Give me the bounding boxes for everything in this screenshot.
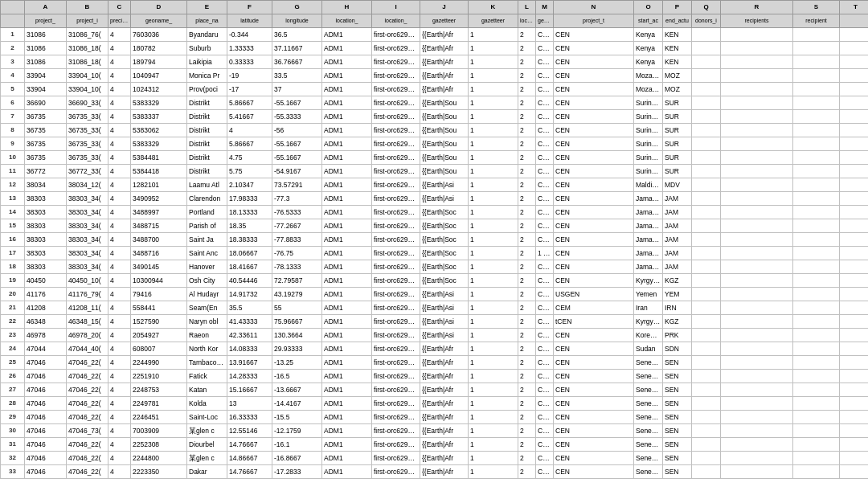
cell-recipient-code[interactable]	[793, 479, 840, 480]
cell-donors[interactable]	[692, 424, 721, 438]
cell-location-type1[interactable]: ADM1	[322, 288, 372, 301]
cell-project-title[interactable]: USGEN	[554, 288, 634, 301]
cell-location-num1[interactable]: 2	[518, 370, 536, 383]
cell-start-date[interactable]: Jamaica	[634, 233, 663, 247]
cell-location-num1[interactable]: 2	[518, 96, 536, 110]
cell-project-id[interactable]: 38034	[25, 178, 67, 192]
cell-precision[interactable]: 4	[108, 28, 131, 42]
cell-project-id[interactable]: 38303	[25, 260, 67, 274]
cell-precision[interactable]: 4	[108, 411, 131, 424]
cell-location-type1[interactable]: ADM1	[322, 452, 372, 465]
cell-longitude[interactable]: -15.5	[272, 411, 322, 424]
cell-precision[interactable]: 4	[108, 274, 131, 288]
cell-project-id2[interactable]: 47046_22(	[67, 479, 108, 480]
cell-place-name[interactable]: Distrikt	[187, 151, 227, 165]
cell-location-type1[interactable]: ADM1	[322, 342, 372, 356]
cell-gazetteer1[interactable]: {{Earth|Afr	[420, 55, 469, 69]
cell-location-num2[interactable]: China Exim bank loans Jama	[536, 219, 554, 233]
cell-gazetteer2[interactable]: 1	[469, 96, 518, 110]
cell-recipient-country[interactable]	[721, 342, 793, 356]
cell-location-num1[interactable]: 2	[518, 192, 536, 206]
cell-gazetteer2[interactable]: 1	[469, 260, 518, 274]
cell-gazetteer1[interactable]: {{Earth|Afr	[420, 438, 469, 452]
cell-location-num1[interactable]: 2	[518, 69, 536, 83]
cell-longitude[interactable]: 36.5	[272, 28, 322, 42]
cell-end-date[interactable]: KGZ	[663, 315, 692, 329]
cell-project-id2[interactable]: 47046_22(	[67, 397, 108, 411]
cell-place-name[interactable]: Distrikt	[187, 110, 227, 124]
cell-location-type2[interactable]: first-orc6295690	[372, 260, 420, 274]
cell-location-num2[interactable]: China pro ########	[536, 397, 554, 411]
cell-location-type1[interactable]: ADM1	[322, 206, 372, 219]
cell-recipient-country[interactable]	[721, 247, 793, 260]
cell-place-name[interactable]: Fatick	[187, 370, 227, 383]
cell-gazetteer2[interactable]: 1	[469, 356, 518, 370]
cell-donors[interactable]	[692, 438, 721, 452]
cell-project-id2[interactable]: 47046_22(	[67, 370, 108, 383]
cell-location-num2[interactable]: China Exim Bank loans Surin	[536, 110, 554, 124]
cell-project-title[interactable]: CEN	[554, 397, 634, 411]
cell-latitude[interactable]: 35.5	[227, 301, 272, 315]
cell-location-num2[interactable]: China pro ########	[536, 452, 554, 465]
cell-end-date[interactable]: MOZ	[663, 69, 692, 83]
cell-location-num2[interactable]: China pro ########	[536, 383, 554, 397]
cell-start-date[interactable]: Senegal	[634, 356, 663, 370]
cell-longitude[interactable]: -77.8833	[272, 233, 322, 247]
cell-project-id[interactable]: 40450	[25, 274, 67, 288]
cell-longitude[interactable]: -78.1333	[272, 260, 322, 274]
cell-location-type1[interactable]: ADM1	[322, 424, 372, 438]
cell-start-date[interactable]: Kyrgyz Re	[634, 274, 663, 288]
cell-location-num2[interactable]: China pro ########	[536, 411, 554, 424]
cell-place-name[interactable]: Distrikt	[187, 124, 227, 137]
cell-location-type1[interactable]: ADM1	[322, 55, 372, 69]
cell-donors[interactable]	[692, 165, 721, 178]
cell-location-type1[interactable]: ADM1	[322, 479, 372, 480]
cell-end-date[interactable]: SEN	[663, 397, 692, 411]
cell-recipient-country[interactable]	[721, 438, 793, 452]
cell-recipient-country[interactable]	[721, 124, 793, 137]
cell-gazetteer2[interactable]: 1	[469, 42, 518, 55]
cell-start-date[interactable]: Mozambiq	[634, 69, 663, 83]
cell-end-date[interactable]: JAM	[663, 206, 692, 219]
cell-location-num2[interactable]: 1 China Exim bank loans Ja	[536, 247, 554, 260]
cell-end-date[interactable]: SEN	[663, 452, 692, 465]
cell-donors[interactable]	[692, 329, 721, 342]
col-header-f[interactable]: F	[227, 1, 272, 14]
cell-latitude[interactable]: 5.86667	[227, 137, 272, 151]
cell-recipient-code[interactable]	[793, 137, 840, 151]
cell-gazetteer2[interactable]: 1	[469, 301, 518, 315]
cell-recipient-code[interactable]	[793, 55, 840, 69]
cell-project-id2[interactable]: 47046_22(	[67, 411, 108, 424]
cell-donors[interactable]	[692, 206, 721, 219]
cell-project-id[interactable]: 47046	[25, 370, 67, 383]
col-header-l[interactable]: L	[518, 1, 536, 14]
cell-gazetteer2[interactable]: 1	[469, 137, 518, 151]
cell-end-date[interactable]: JAM	[663, 260, 692, 274]
cell-location-type2[interactable]: first-orc6295690	[372, 165, 420, 178]
cell-project-id[interactable]: 38303	[25, 206, 67, 219]
cell-project-id[interactable]: 47046	[25, 356, 67, 370]
cell-latitude[interactable]: 0.33333	[227, 55, 272, 69]
cell-location-type1[interactable]: ADM1	[322, 151, 372, 165]
cell-latitude[interactable]: 18.06667	[227, 247, 272, 260]
cell-start-date[interactable]: Senegal	[634, 479, 663, 480]
cell-recipient-code[interactable]	[793, 192, 840, 206]
cell-precision[interactable]: 4	[108, 206, 131, 219]
cell-geoname-id[interactable]: 5383329	[131, 137, 187, 151]
cell-location-num2[interactable]: China commits 43.35 millio	[536, 96, 554, 110]
cell-geoname-id[interactable]: 5383062	[131, 124, 187, 137]
cell-gazetteer1[interactable]: {{Earth|Sou	[420, 165, 469, 178]
cell-gazetteer2[interactable]: 1	[469, 28, 518, 42]
cell-precision[interactable]: 4	[108, 192, 131, 206]
cell-end-date[interactable]: JAM	[663, 219, 692, 233]
cell-place-name[interactable]: Byandaru	[187, 28, 227, 42]
cell-project-id[interactable]: 47046	[25, 424, 67, 438]
col-header-p[interactable]: P	[663, 1, 692, 14]
cell-end-date[interactable]: JAM	[663, 233, 692, 247]
cell-gazetteer1[interactable]: {{Earth|Sou	[420, 96, 469, 110]
cell-location-type2[interactable]: first-orc6295690	[372, 479, 420, 480]
cell-donors[interactable]	[692, 465, 721, 479]
cell-geoname-id[interactable]: 2246451	[131, 411, 187, 424]
cell-latitude[interactable]: 17.98333	[227, 192, 272, 206]
cell-recipient-country[interactable]	[721, 96, 793, 110]
